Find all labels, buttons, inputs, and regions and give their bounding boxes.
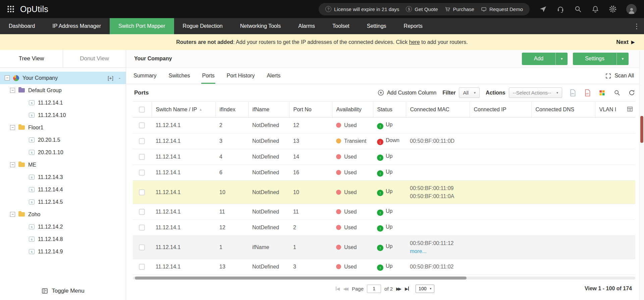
sidebar-tab-tree-view[interactable]: Tree View	[0, 50, 63, 67]
pager-next-button[interactable]: ▶▶	[396, 286, 401, 291]
tree-device-20-20-1-5[interactable]: s 20.20.1.5	[0, 134, 126, 146]
tree-device-11-12-14-3[interactable]: s 11.12.14.3	[0, 171, 126, 183]
notifications-bell-icon[interactable]	[591, 5, 599, 13]
tree-device-20-20-1-10[interactable]: s 20.20.1.10	[0, 146, 126, 159]
tree-root-your-company[interactable]: − Your Company [+] -	[0, 72, 126, 84]
row-checkbox[interactable]	[139, 209, 145, 215]
table-search-icon[interactable]	[612, 88, 621, 97]
column-header-ifindex[interactable]: ifIndex	[215, 102, 248, 118]
tree-device-11-12-14-5[interactable]: s 11.12.14.5	[0, 196, 126, 208]
collapse-expander-icon[interactable]: −	[5, 75, 10, 80]
column-header-ifname[interactable]: ifName	[248, 102, 289, 118]
tree-device-11-12-14-10[interactable]: s 11.12.14.10	[0, 109, 126, 121]
row-checkbox[interactable]	[139, 154, 145, 160]
tree-device-11-12-14-8[interactable]: s 11.12.14.8	[0, 233, 126, 245]
export-csv-button[interactable]: csv	[568, 88, 577, 97]
column-header-connected-ip[interactable]: Connected IP	[470, 102, 531, 118]
user-avatar[interactable]	[626, 4, 637, 14]
vertical-scrollbar-thumb[interactable]	[640, 116, 643, 143]
page-input[interactable]	[367, 285, 381, 293]
nav-overflow-icon[interactable]: ⋮	[633, 18, 640, 34]
send-feedback-icon[interactable]	[539, 5, 547, 13]
collapse-expander-icon[interactable]: −	[10, 125, 15, 130]
add-button[interactable]: Add ▾	[522, 53, 568, 65]
table-row[interactable]: 11.12.14.1 10 NotDefined 10 Used ↑Up 00:…	[133, 181, 635, 204]
nav-item-rogue-detection[interactable]: Rogue Detection	[174, 18, 231, 34]
tree-device-11-12-14-1[interactable]: s 11.12.14.1	[0, 97, 126, 109]
column-color-grid-icon[interactable]	[598, 88, 606, 97]
select-all-checkbox[interactable]	[139, 107, 145, 113]
table-row[interactable]: 11.12.14.1 12 NotDefined 2 Used ↑Up	[133, 220, 635, 236]
row-checkbox[interactable]	[139, 189, 145, 195]
nav-item-switch-port-mapper[interactable]: Switch Port Mapper	[110, 18, 174, 34]
pager-last-button[interactable]: ▶	[405, 286, 409, 291]
tab-summary[interactable]: Summary	[133, 68, 156, 84]
tab-switches[interactable]: Switches	[168, 68, 190, 84]
tree-group-floor1[interactable]: − Floor1	[0, 121, 126, 134]
refresh-icon[interactable]	[627, 88, 636, 97]
settings-gear-icon[interactable]	[609, 5, 617, 13]
nav-item-reports[interactable]: Reports	[395, 18, 431, 34]
table-row[interactable]: 11.12.14.1 6 NotDefined 16 Used ↑Up	[133, 165, 635, 181]
add-custom-column-button[interactable]: Add Custom Column	[377, 89, 437, 96]
row-checkbox[interactable]	[139, 264, 145, 270]
export-pdf-button[interactable]: pdf	[583, 88, 592, 97]
nav-item-toolset[interactable]: Toolset	[324, 18, 358, 34]
request-demo-link[interactable]: Request Demo	[481, 6, 523, 12]
nav-item-ip-address-manager[interactable]: IP Address Manager	[44, 18, 110, 34]
tab-ports[interactable]: Ports	[202, 68, 214, 84]
column-header-availability[interactable]: Availability	[332, 102, 373, 118]
tree-device-11-12-14-2[interactable]: s 11.12.14.2	[0, 221, 126, 233]
settings-button[interactable]: Settings ▾	[573, 53, 629, 65]
support-headset-icon[interactable]	[556, 5, 565, 13]
nav-item-alarms[interactable]: Alarms	[289, 18, 324, 34]
row-checkbox[interactable]	[139, 225, 145, 231]
sidebar-tab-donut-view[interactable]: Donut View	[63, 50, 126, 67]
column-header-status[interactable]: Status	[373, 102, 406, 118]
table-row[interactable]: 11.12.14.1 11 NotDefined 11 Used ↑Up	[133, 204, 635, 220]
tab-port-history[interactable]: Port History	[227, 68, 255, 84]
column-header-port-no[interactable]: Port No	[289, 102, 332, 118]
table-row[interactable]: 11.12.14.1 1 ifName 1 Used ↑Up 00:50:BF:…	[133, 236, 635, 259]
row-checkbox[interactable]	[139, 170, 145, 176]
add-routers-link[interactable]: here	[409, 39, 420, 45]
toggle-menu-button[interactable]: Toggle Menu	[0, 282, 126, 300]
search-icon[interactable]	[574, 5, 582, 13]
collapse-expander-icon[interactable]: −	[10, 162, 15, 167]
page-size-select[interactable]: 100 ▾	[416, 285, 434, 293]
purchase-link[interactable]: Purchase	[445, 6, 474, 12]
row-checkbox[interactable]	[139, 138, 145, 144]
app-logo[interactable]: OpUtils	[20, 4, 48, 14]
filter-dropdown[interactable]: All ▾	[459, 87, 480, 98]
column-chooser-icon[interactable]	[627, 106, 633, 112]
column-header-switch-name-ip[interactable]: Switch Name / IP▲	[152, 102, 215, 118]
table-row[interactable]: 11.12.14.1 2 NotDefined 12 Used ↑Up	[133, 118, 635, 133]
tree-add-group-control[interactable]: [+]	[108, 75, 113, 81]
tab-alerts[interactable]: Alerts	[267, 68, 280, 84]
app-launcher-icon[interactable]	[7, 5, 15, 13]
actions-dropdown[interactable]: --Select Actions-- ▾	[509, 87, 562, 98]
tree-group-default-group[interactable]: − Default Group	[0, 84, 126, 97]
more-macs-link[interactable]: more...	[410, 247, 466, 255]
table-row[interactable]: 11.12.14.1 4 NotDefined 14 Used ↑Up	[133, 149, 635, 165]
table-row[interactable]: 11.12.14.1 13 NotDefined 3 Used ↑Up 00:5…	[133, 259, 635, 275]
tree-group-zoho[interactable]: − Zoho	[0, 208, 126, 221]
collapse-expander-icon[interactable]: −	[10, 88, 15, 93]
pager-prev-button[interactable]: ◀◀	[343, 286, 348, 291]
tree-collapse-control[interactable]: -	[119, 75, 120, 81]
collapse-expander-icon[interactable]: −	[10, 212, 15, 217]
get-quote-link[interactable]: $ Get Quote	[406, 6, 438, 12]
add-dropdown-caret-icon[interactable]: ▾	[555, 53, 568, 65]
table-row[interactable]: 11.12.14.1 3 NotDefined 13 Transient ↓Do…	[133, 133, 635, 149]
pager-first-button[interactable]: ◀	[336, 286, 340, 291]
nav-item-dashboard[interactable]: Dashboard	[0, 18, 44, 34]
scan-all-button[interactable]: Scan All	[605, 68, 634, 84]
tree-device-11-12-14-4[interactable]: s 11.12.14.4	[0, 183, 126, 196]
column-header-connected-mac[interactable]: Connected MAC	[406, 102, 470, 118]
banner-next-button[interactable]: Next▶	[616, 39, 635, 46]
tree-group-me[interactable]: − ME	[0, 159, 126, 171]
row-checkbox[interactable]	[139, 244, 145, 250]
settings-dropdown-caret-icon[interactable]: ▾	[616, 53, 629, 65]
nav-item-settings[interactable]: Settings	[358, 18, 395, 34]
row-checkbox[interactable]	[139, 122, 145, 128]
